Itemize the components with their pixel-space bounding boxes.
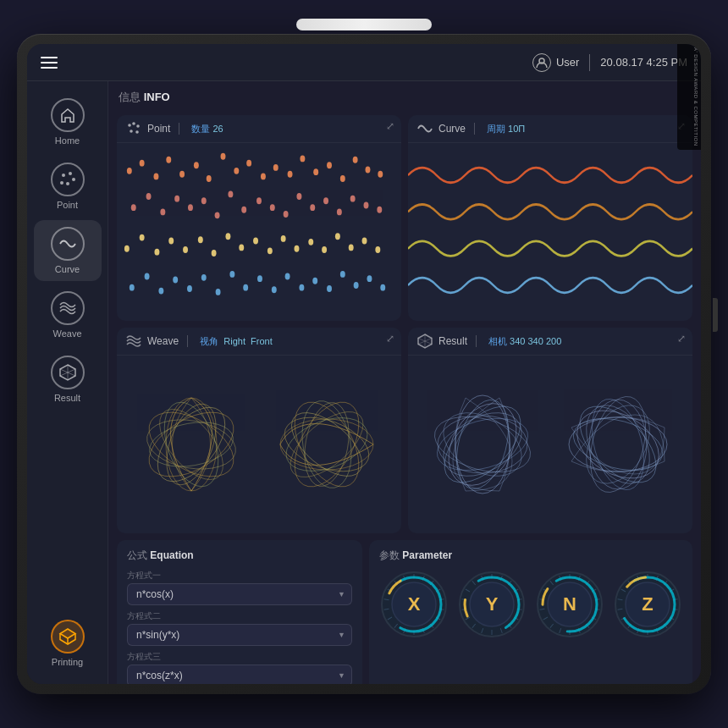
eq-select-3[interactable]: n*cos(z*x)n*sin(z*x)n*cos(x) [127,665,352,684]
user-label: User [556,56,579,69]
svg-point-46 [337,208,342,215]
svg-point-11 [127,168,132,174]
svg-point-68 [375,246,380,253]
svg-point-83 [327,285,332,292]
eq-label-1: 方程式一 [127,570,352,582]
svg-point-98 [278,407,377,482]
sidebar-item-result[interactable]: Result [34,349,102,410]
sidebar-label-result: Result [54,393,80,403]
panel-result-expand[interactable]: ⤢ [677,333,686,345]
tablet: User 20.08.17 4:25 PM Home [17,34,711,694]
knob-n-label: N [563,593,576,615]
svg-point-87 [380,284,385,291]
panel-point-subtitle: 数量 26 [191,123,223,135]
side-button[interactable] [713,298,718,332]
svg-point-51 [140,234,145,241]
panel-point-header: Point 数量 26 ⤢ [117,115,401,143]
svg-point-26 [327,162,332,168]
panel-curve: Curve 周期 10Π ⤢ [408,115,692,321]
knob-x[interactable]: X [379,570,449,639]
knob-x-container: X [379,570,449,639]
equation-field-1: 方程式一 n*cos(x)n*sin(x)n*cos(y*x) [127,570,352,605]
svg-point-57 [225,233,230,240]
panels-grid: Point 数量 26 ⤢ [117,115,692,533]
svg-point-116 [568,410,669,479]
svg-point-80 [285,273,290,280]
svg-point-61 [281,235,286,242]
svg-point-8 [136,124,140,128]
svg-point-97 [280,419,373,470]
eq-label-2: 方程式二 [127,610,352,622]
sidebar-item-home[interactable]: Home [34,91,102,152]
panel-weave-expand[interactable]: ⤢ [386,333,394,345]
svg-point-81 [299,284,304,291]
panel-point-icon [125,120,142,137]
section-title: 信息 INFO [117,90,692,108]
svg-point-70 [145,273,150,280]
svg-point-90 [145,395,238,494]
sidebar: Home Point [27,81,108,684]
sidebar-item-curve[interactable]: Curve [34,220,102,281]
svg-point-71 [158,288,163,295]
panel-curve-header: Curve 周期 10Π ⤢ [408,115,692,143]
panel-weave-header: Weave 视角 Right Front ⤢ [117,328,401,356]
sidebar-label-home: Home [55,135,80,146]
menu-button[interactable] [41,57,58,69]
svg-point-94 [138,400,244,490]
sidebar-label-printing: Printing [52,657,83,667]
svg-point-49 [377,207,382,213]
svg-point-22 [273,164,279,171]
svg-point-40 [256,197,262,204]
svg-point-59 [253,238,258,245]
panel-weave-body [117,356,401,533]
main-layout: Home Point [27,81,701,684]
point-icon [51,163,85,196]
divider [589,54,590,71]
svg-point-1 [62,174,65,177]
sidebar-item-printing[interactable]: Printing [34,613,102,674]
svg-point-56 [212,250,217,256]
sidebar-item-weave[interactable]: Weave [34,284,102,345]
svg-point-63 [308,239,313,245]
svg-point-104 [279,400,374,488]
svg-point-25 [313,168,318,175]
content-area: 信息 INFO [108,81,701,684]
sidebar-item-point[interactable]: Point [34,156,102,217]
svg-point-45 [323,197,328,204]
eq-select-2[interactable]: n*sin(y*x)n*cos(x)n*sin(x) [127,624,352,646]
svg-point-21 [261,173,266,179]
svg-point-20 [246,160,251,167]
svg-point-31 [131,204,136,211]
svg-point-42 [284,211,289,218]
svg-point-38 [228,190,233,197]
svg-point-58 [239,244,244,251]
svg-point-9 [130,130,133,133]
eq-select-wrap-1: n*cos(x)n*sin(x)n*cos(y*x) [127,583,352,605]
knob-y-container: Y [457,570,527,639]
svg-point-23 [288,171,293,178]
knob-z[interactable]: Z [613,570,682,639]
knob-y[interactable]: Y [457,570,527,639]
panel-curve-icon [416,120,433,137]
svg-point-82 [312,278,317,284]
panel-point: Point 数量 26 ⤢ [117,115,401,321]
svg-point-107 [448,394,517,495]
svg-point-44 [310,204,315,211]
svg-point-73 [187,285,192,292]
svg-point-75 [216,289,221,295]
user-avatar-icon [532,53,551,72]
svg-point-65 [335,233,340,240]
svg-point-7 [132,122,135,125]
panel-result-body [408,356,692,533]
svg-point-35 [188,204,193,211]
eq-select-1[interactable]: n*cos(x)n*sin(x)n*cos(y*x) [127,583,352,605]
panel-result-subtitle: 相机 340 340 200 [488,335,561,348]
panel-result: Result 相机 340 340 200 ⤢ [408,328,692,533]
svg-point-4 [66,182,69,185]
knob-n[interactable]: N [535,570,604,639]
eq-select-wrap-2: n*sin(y*x)n*cos(x)n*sin(x) [127,624,352,646]
panel-result-icon [416,333,433,350]
svg-point-19 [234,168,239,174]
panel-point-expand[interactable]: ⤢ [386,120,394,132]
sidebar-label-weave: Weave [52,328,81,339]
